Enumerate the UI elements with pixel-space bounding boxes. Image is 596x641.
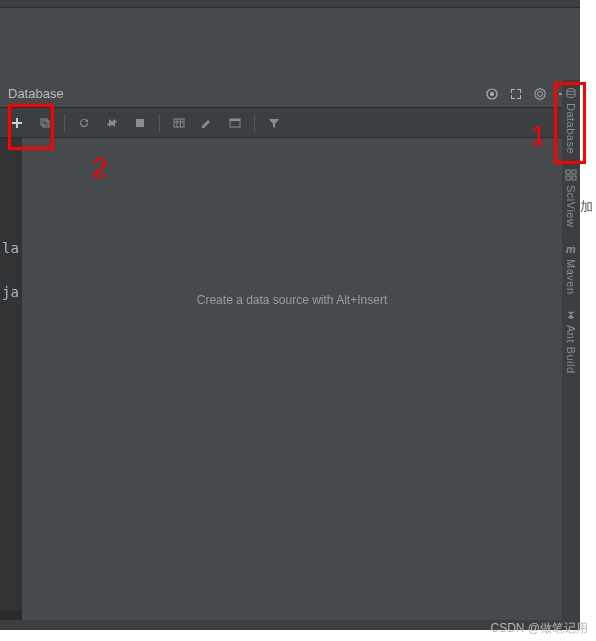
- svg-rect-8: [174, 119, 184, 127]
- panel-title: Database: [8, 86, 64, 101]
- database-panel-body: Create a data source with Alt+Insert: [22, 138, 562, 622]
- sync-button[interactable]: [101, 112, 123, 134]
- separator: [159, 114, 160, 132]
- sidebar-item-label: Maven: [565, 259, 577, 295]
- stop-button[interactable]: [129, 112, 151, 134]
- refresh-button[interactable]: [73, 112, 95, 134]
- gutter-fragment: la: [2, 240, 19, 256]
- sidebar-item-maven[interactable]: m Maven: [564, 242, 578, 295]
- sidebar-item-label: Ant Build: [565, 325, 577, 374]
- edit-button[interactable]: [196, 112, 218, 134]
- database-toolbar: [0, 108, 580, 138]
- separator: [64, 114, 65, 132]
- svg-rect-13: [230, 119, 240, 121]
- empty-hint: Create a data source with Alt+Insert: [197, 293, 387, 307]
- gear-icon[interactable]: [532, 86, 548, 102]
- watermark: CSDN @做笔记用: [490, 620, 588, 637]
- duplicate-button[interactable]: [34, 112, 56, 134]
- svg-rect-16: [572, 170, 576, 174]
- svg-rect-18: [572, 176, 576, 180]
- collapse-all-icon[interactable]: [484, 86, 500, 102]
- svg-point-14: [567, 89, 575, 92]
- sidebar-item-database[interactable]: Database: [564, 86, 578, 154]
- console-button[interactable]: [224, 112, 246, 134]
- svg-rect-17: [566, 176, 570, 180]
- svg-rect-7: [136, 119, 144, 127]
- cropped-char: 加: [580, 198, 596, 216]
- bottom-strip: [0, 620, 562, 630]
- editor-gutter: la ja: [0, 138, 22, 610]
- expand-icon[interactable]: [508, 86, 524, 102]
- svg-line-22: [568, 312, 570, 313]
- svg-rect-15: [566, 170, 570, 174]
- add-button[interactable]: [6, 112, 28, 134]
- svg-text:m: m: [566, 243, 576, 255]
- svg-line-23: [572, 312, 574, 313]
- editor-tab-strip: [0, 8, 580, 80]
- separator: [254, 114, 255, 132]
- sidebar-item-label: Database: [565, 103, 577, 154]
- filter-button[interactable]: [263, 112, 285, 134]
- sidebar-item-ant[interactable]: Ant Build: [564, 308, 578, 374]
- gutter-fragment: ja: [2, 284, 19, 300]
- right-tool-sidebar: Database SciView m Maven Ant Build: [562, 80, 580, 630]
- sidebar-item-sciview[interactable]: SciView: [564, 168, 578, 227]
- ant-icon: [564, 308, 578, 322]
- maven-icon: m: [564, 242, 578, 256]
- table-view-button[interactable]: [168, 112, 190, 134]
- database-panel-header: Database: [0, 80, 580, 108]
- sciview-icon: [564, 168, 578, 182]
- svg-rect-6: [43, 121, 49, 127]
- sidebar-item-label: SciView: [565, 185, 577, 227]
- svg-rect-5: [41, 119, 47, 125]
- database-icon: [564, 86, 578, 100]
- svg-point-1: [490, 92, 494, 96]
- window-top-bar: [0, 0, 580, 8]
- svg-rect-4: [12, 122, 22, 124]
